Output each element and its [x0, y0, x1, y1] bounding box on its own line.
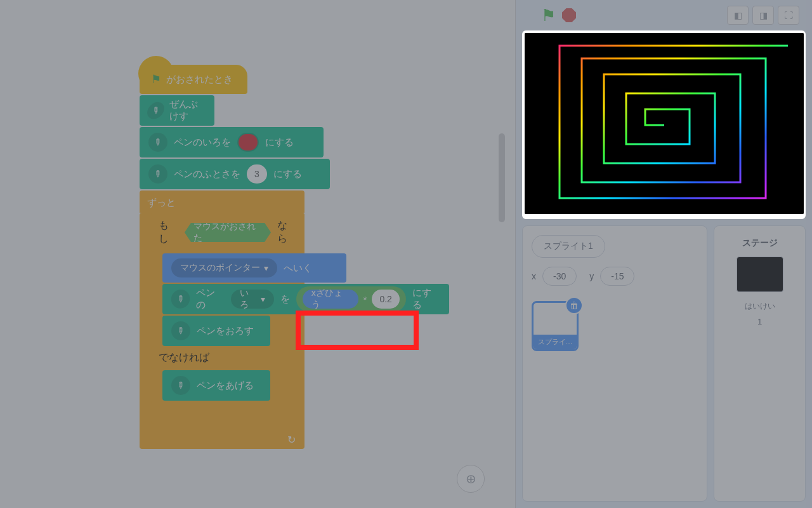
pen-prop-mid: を — [280, 293, 290, 305]
sprite-info-panel: スプライト1 x -30 y -15 🗑 スプライ… — [522, 225, 707, 502]
if-label: もし — [159, 219, 178, 246]
multiply-value-input[interactable]: 0.2 — [372, 290, 399, 309]
stage-info-panel: ステージ はいけい 1 — [714, 225, 806, 502]
pen-icon: ✎ — [167, 372, 194, 399]
pen-color-post: にする — [265, 137, 294, 149]
forever-block[interactable]: ずっと — [140, 190, 304, 213]
pen-clear-label: ぜんぶけす — [169, 98, 206, 123]
color-swatch[interactable] — [237, 133, 259, 152]
chevron-down-icon: ▾ — [264, 263, 268, 273]
pen-prop-dropdown[interactable]: いろ ▾ — [231, 290, 274, 309]
stage-header: ⚑ ◧ ◨ ⛶ — [516, 0, 812, 30]
mul-symbol: * — [363, 294, 367, 305]
pen-icon: ✎ — [167, 286, 194, 312]
pen-set-color-block[interactable]: ✎ ペンのいろを にする — [140, 127, 324, 157]
forever-tail: ↻ — [140, 430, 304, 449]
backdrop-label: はいけい — [745, 301, 775, 312]
green-flag-icon: ⚑ — [151, 72, 161, 86]
loop-icon: ↻ — [287, 434, 296, 446]
hat-label: がおされたとき — [166, 74, 233, 86]
magnifier-plus-icon: ⊕ — [466, 471, 476, 486]
zoom-in-button[interactable]: ⊕ — [457, 465, 485, 493]
fullscreen-button[interactable]: ⛶ — [778, 6, 799, 25]
pen-icon: ✎ — [144, 98, 167, 122]
stage-panel-title: ステージ — [742, 237, 778, 249]
pen-icon: ✎ — [145, 129, 171, 156]
multiply-operator[interactable]: xざひょう * 0.2 — [296, 286, 406, 312]
large-stage-button[interactable]: ◨ — [752, 6, 774, 25]
pen-set-size-block[interactable]: ✎ ペンのふとさを 3 にする — [140, 159, 330, 189]
pen-up-block[interactable]: ✎ ペンをあげる — [162, 370, 270, 401]
pen-prop-post: にする — [412, 287, 440, 311]
x-label: x — [532, 271, 536, 281]
y-input[interactable]: -15 — [600, 267, 634, 286]
pen-size-pre: ペンのふとさを — [174, 168, 240, 180]
stage-canvas[interactable] — [525, 33, 804, 214]
workspace-scrollbar[interactable] — [499, 133, 505, 222]
backdrop-thumbnail[interactable] — [737, 257, 783, 292]
if-end-block — [151, 401, 304, 424]
sprite-thumb-label: スプライ… — [534, 335, 577, 349]
chevron-down-icon: ▾ — [261, 294, 265, 304]
delete-sprite-button[interactable]: 🗑 — [565, 297, 583, 314]
stage-frame — [522, 30, 806, 219]
green-flag-button[interactable]: ⚑ — [541, 6, 556, 25]
small-stage-button[interactable]: ◧ — [727, 6, 749, 25]
pen-icon: ✎ — [145, 161, 171, 187]
pen-up-label: ペンをあげる — [197, 380, 254, 392]
svg-rect-0 — [525, 33, 804, 214]
pen-change-prop-block[interactable]: ✎ ペンの いろ ▾ を xざひょう * 0.2 — [162, 284, 449, 314]
pen-down-label: ペンをおろす — [197, 325, 254, 337]
sprite-thumbnail[interactable]: 🗑 スプライ… — [532, 301, 579, 351]
sprite-name-input[interactable]: スプライト1 — [532, 235, 605, 258]
else-label: でなければ — [159, 351, 209, 364]
when-flag-clicked-block[interactable]: ⚑ がおされたとき — [140, 65, 247, 94]
else-block[interactable]: でなければ — [151, 346, 304, 369]
y-label: y — [589, 271, 594, 281]
pen-down-block[interactable]: ✎ ペンをおろす — [162, 316, 270, 346]
goto-block[interactable]: マウスのポインター ▾ へいく — [162, 253, 346, 283]
goto-dropdown[interactable]: マウスのポインター ▾ — [171, 258, 277, 277]
trash-icon: 🗑 — [570, 300, 579, 311]
pen-color-pre: ペンのいろを — [174, 137, 231, 149]
pen-prop-pre: ペンの — [196, 287, 224, 311]
pen-size-post: にする — [273, 168, 302, 180]
forever-label: ずっと — [147, 197, 176, 209]
pen-size-input[interactable]: 3 — [247, 164, 267, 184]
backdrop-count: 1 — [757, 317, 762, 326]
mouse-down-reporter[interactable]: マウスがおされた — [185, 223, 271, 242]
then-label: なら — [277, 219, 297, 246]
stop-button[interactable] — [562, 8, 576, 22]
x-position-reporter[interactable]: xざひょう — [303, 290, 358, 309]
pen-icon: ✎ — [167, 318, 194, 344]
script-workspace[interactable]: ⚑ がおされたとき ✎ ぜんぶけす ✎ ペンのいろを にする ✎ ペンのふとさを… — [0, 0, 516, 508]
if-block[interactable]: もし マウスがおされた なら — [151, 213, 304, 252]
x-input[interactable]: -30 — [542, 267, 577, 286]
pen-clear-block[interactable]: ✎ ぜんぶけす — [140, 95, 214, 126]
goto-post: へいく — [284, 262, 312, 274]
